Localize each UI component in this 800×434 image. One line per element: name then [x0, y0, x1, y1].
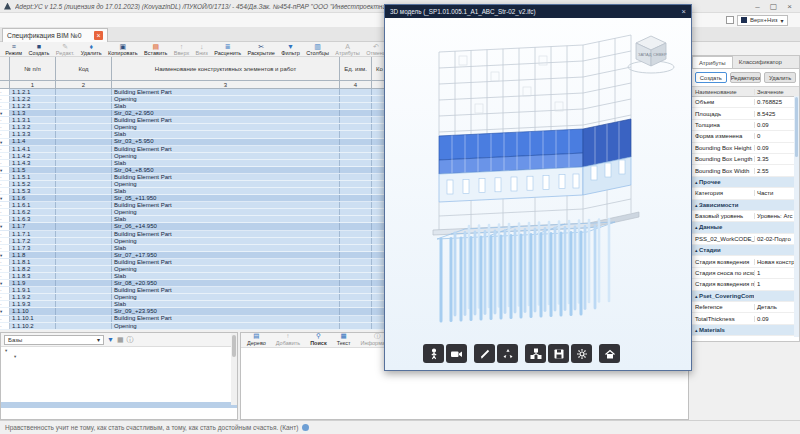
property-row[interactable]: Категория Части — [692, 188, 799, 199]
row-expander[interactable] — [0, 308, 10, 314]
property-row[interactable]: Данные — [692, 222, 799, 233]
property-row[interactable]: PSS_02_WorkCODE_01 02-02-Подго — [692, 234, 799, 245]
minimize-icon[interactable]: – — [755, 2, 759, 11]
row-expander[interactable] — [0, 117, 10, 123]
row-expander[interactable] — [0, 316, 10, 322]
row-expander[interactable] — [0, 223, 10, 229]
orbit-button[interactable] — [497, 344, 518, 363]
catalog-tab[interactable]: ▦ Текст — [337, 333, 351, 346]
tree-scrollbar[interactable] — [231, 333, 237, 405]
tab-classifier[interactable]: Классификатор — [733, 56, 788, 68]
property-row[interactable]: Базовый уровень Уровень: Arc — [692, 211, 799, 222]
filter-icon[interactable]: ▼ — [107, 336, 114, 344]
row-expander[interactable] — [0, 131, 10, 137]
list-item[interactable] — [241, 383, 688, 390]
property-row[interactable]: Bounding Box Width 2.55 — [692, 165, 799, 176]
viewer-title-bar[interactable]: 3D модель (_SP1.01.005.1_A1_ABC_Str-02_v… — [385, 5, 691, 18]
list-item[interactable] — [241, 398, 688, 405]
row-expander[interactable] — [0, 273, 10, 279]
status-info-icon[interactable] — [302, 424, 309, 431]
property-row[interactable]: Площадь 8.5425 — [692, 108, 799, 119]
property-row[interactable]: Зависимости — [692, 200, 799, 211]
row-expander[interactable] — [0, 174, 10, 180]
folder-icon[interactable]: ▦ — [117, 336, 124, 344]
structure-button[interactable] — [525, 344, 546, 363]
toolbar-button[interactable]: ■ Создать — [25, 42, 52, 56]
toolbar-button[interactable]: ≣ Расценить — [211, 42, 244, 56]
row-expander[interactable] — [0, 167, 10, 173]
row-expander[interactable] — [0, 89, 10, 95]
viewer-canvas[interactable]: ЗАПАД СЕВЕР — [385, 18, 691, 370]
row-expander[interactable] — [0, 238, 10, 244]
edit-button[interactable]: Редактировать — [730, 72, 762, 83]
save-button[interactable] — [548, 344, 569, 363]
list-item[interactable] — [241, 376, 688, 383]
catalog-tab[interactable]: ▤ Дерево — [247, 333, 266, 346]
row-expander[interactable] — [0, 181, 10, 187]
list-item[interactable] — [241, 391, 688, 398]
toolbar-button[interactable]: ✂ Раскрытие — [244, 42, 278, 56]
tab-close-icon[interactable]: × — [94, 31, 103, 40]
row-expander[interactable] — [0, 153, 10, 159]
property-row[interactable]: TotalThickness 0.09 — [692, 313, 799, 324]
toolbar-button[interactable]: ▣ Копировать — [105, 42, 141, 56]
scrollbar-thumb[interactable] — [795, 97, 798, 157]
row-expander[interactable] — [0, 124, 10, 130]
list-item[interactable] — [241, 405, 688, 412]
row-expander[interactable] — [0, 294, 10, 300]
tab-specification-bim[interactable]: Спецификация BIM №0 × — [2, 28, 108, 42]
row-expander[interactable] — [0, 202, 10, 208]
home-view-button[interactable] — [599, 344, 620, 363]
create-button[interactable]: Создать — [695, 72, 727, 83]
property-row[interactable]: Bounding Box Length 3.35 — [692, 154, 799, 165]
scrollbar-thumb[interactable] — [232, 335, 236, 357]
delete-button[interactable]: Удалить — [764, 72, 796, 83]
measure-button[interactable] — [474, 344, 495, 363]
row-expander[interactable] — [0, 139, 10, 145]
close-icon[interactable]: × — [787, 2, 792, 11]
property-row[interactable]: Объем 0.768825 — [692, 97, 799, 108]
toolbar-button[interactable]: ▥ Столбцы — [303, 42, 332, 56]
property-row[interactable]: Толщина 0.09 — [692, 120, 799, 131]
row-expander[interactable] — [0, 301, 10, 307]
row-expander[interactable] — [0, 266, 10, 272]
settings-button[interactable] — [571, 344, 592, 363]
catalog-tab[interactable]: ⚲ Поиск — [310, 333, 327, 346]
property-row[interactable]: Materials — [692, 325, 799, 336]
navigation-cube[interactable]: ЗАПАД СЕВЕР — [625, 30, 677, 76]
walk-mode-button[interactable] — [423, 344, 444, 363]
property-row[interactable]: Стадии — [692, 245, 799, 256]
property-row[interactable]: Прочее — [692, 177, 799, 188]
panel-toggle-icon[interactable] — [726, 16, 734, 24]
building-model[interactable] — [421, 32, 653, 344]
row-expander[interactable] — [0, 323, 10, 329]
property-row[interactable]: Стадия возведения Новая констр — [692, 256, 799, 267]
row-expander[interactable] — [0, 110, 10, 116]
property-row[interactable]: Bounding Box Height 0.09 — [692, 143, 799, 154]
toolbar-button[interactable]: ≡ Режим — [2, 42, 25, 56]
row-expander[interactable] — [0, 231, 10, 237]
row-expander[interactable] — [0, 209, 10, 215]
property-row[interactable]: Стадия сноса по исходному 1 — [692, 268, 799, 279]
row-expander[interactable] — [0, 146, 10, 152]
property-row[interactable]: Reference Деталь — [692, 302, 799, 313]
row-expander[interactable] — [0, 252, 10, 258]
row-expander[interactable] — [0, 160, 10, 166]
row-expander[interactable] — [0, 280, 10, 286]
row-expander[interactable] — [0, 188, 10, 194]
property-row[interactable]: Pset_CoveringCommon — [692, 291, 799, 302]
base-select[interactable]: Базы ▾ — [4, 335, 104, 345]
tree-item[interactable] — [1, 414, 237, 419]
toolbar-button[interactable]: ↑ Вверх — [171, 42, 193, 56]
row-expander[interactable] — [0, 103, 10, 109]
info-icon[interactable]: ⓘ — [127, 336, 134, 344]
property-row[interactable]: Стадия возведения по исходному 1 — [692, 279, 799, 290]
toolbar-button[interactable]: ▼ Фильтр — [278, 42, 303, 56]
maximize-icon[interactable]: ▢ — [770, 2, 778, 11]
tab-attributes[interactable]: Атрибуты — [692, 56, 733, 68]
properties-scrollbar[interactable] — [794, 96, 799, 337]
row-expander[interactable] — [0, 245, 10, 251]
row-expander[interactable] — [0, 195, 10, 201]
catalog-tab[interactable]: ↑ Добавить — [276, 333, 300, 346]
toolbar-button[interactable]: ✎ Редакт. — [53, 42, 78, 56]
